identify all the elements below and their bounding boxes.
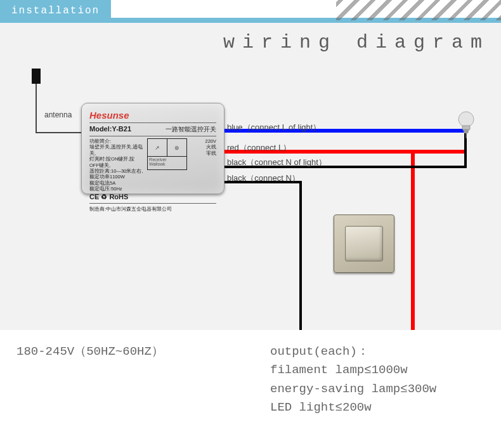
receiver-module: Hesunse Model:Y-B21 一路智能遥控开关 功能简介: 墙壁开关,… [81, 103, 224, 194]
wall-switch-rocker [345, 226, 383, 261]
label-wire-blue: blue（connect L of light） [227, 122, 321, 133]
box-cell-right: ⊗ [167, 139, 186, 156]
box-rx-label: Receiver [149, 157, 185, 162]
antenna-head [32, 69, 41, 84]
label-wire-black-light: black（connect N of light） [227, 157, 327, 168]
svg-point-0 [459, 112, 474, 127]
header-hatch [336, 0, 501, 20]
wire-red-vertical [411, 150, 415, 330]
diagram-title: wiring diagram [223, 32, 490, 53]
module-side-labels: 220V 火线 零线 [191, 138, 216, 192]
header-bar: installation [0, 0, 501, 23]
antenna-label: antenna [44, 110, 72, 119]
footer-spec: 180-245V（50HZ~60HZ） output(each)： filame… [0, 330, 501, 430]
module-model-value: Y-B21 [112, 125, 131, 133]
footer-output-filament: filament lamp≤1000w [270, 361, 485, 379]
module-manufacturer: 制造商:中山市河森五金电器有限公司 [89, 206, 216, 213]
footer-output-led: LED light≤200w [270, 399, 485, 417]
antenna-wire-horizontal [36, 132, 86, 133]
module-model: Model:Y-B21 [89, 125, 131, 133]
label-wire-black-n: black（connect N） [227, 173, 300, 184]
module-model-label: Model: [89, 125, 112, 133]
antenna-wire-vertical [36, 84, 37, 132]
light-bulb-icon [455, 110, 477, 138]
box-wall-label: Wallswk [149, 162, 185, 166]
footer-output-head: output(each)： [270, 343, 485, 361]
wall-switch [334, 214, 394, 273]
wire-black-n-v [299, 181, 302, 330]
module-schematic-box: ↗ ⊗ Receiver Wallswk [147, 138, 187, 170]
footer-voltage: 180-245V（50HZ~60HZ） [16, 343, 245, 418]
diagram-stage: wiring diagram antenna Hesunse Model:Y-B… [0, 23, 501, 330]
footer-output: output(each)： filament lamp≤1000w energy… [270, 343, 485, 418]
footer-output-energy-saving: energy-saving lamp≤300w [270, 380, 485, 399]
module-cert-icons: CE ♻ RoHS [89, 193, 216, 201]
module-cn-title: 一路智能遥控开关 [166, 125, 216, 134]
module-spec-text: 功能简介: 墙壁开关,遥控开关,通电关, 灯亮时:按ON键开,按OFF键关, 遥… [89, 138, 143, 192]
module-brand: Hesunse [89, 110, 216, 121]
box-cell-left: ↗ [148, 139, 167, 156]
label-wire-red: red（connect L） [227, 142, 291, 154]
